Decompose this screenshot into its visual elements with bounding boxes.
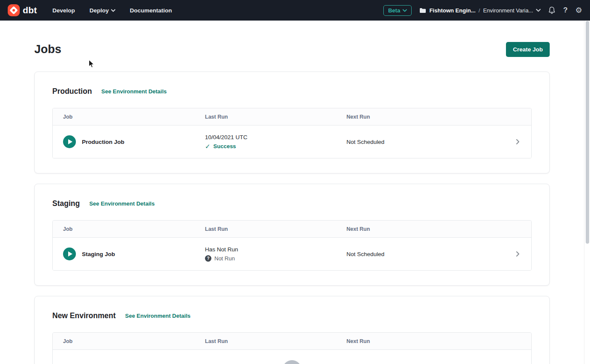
nav-link-documentation-label: Documentation bbox=[130, 7, 172, 14]
breadcrumb-current: Environment Varia... bbox=[483, 7, 533, 14]
column-header-next-run: Next Run bbox=[346, 338, 509, 344]
page-header: Jobs Create Job bbox=[34, 42, 550, 57]
dbt-logo[interactable]: dbt bbox=[8, 4, 37, 16]
last-run-date: 10/04/2021 UTC bbox=[205, 134, 346, 140]
jobs-table: Job Last Run Next Run Production Job 10/… bbox=[52, 108, 532, 158]
folder-icon bbox=[419, 8, 426, 13]
column-header-job: Job bbox=[63, 338, 205, 344]
status-label: Not Run bbox=[214, 255, 235, 262]
chevron-down-icon bbox=[403, 9, 407, 12]
status-badge: ? Not Run bbox=[205, 255, 346, 262]
nav-link-deploy-label: Deploy bbox=[90, 7, 109, 14]
navbar-right: Beta Fishtown Engin... / Environment Var… bbox=[383, 5, 582, 16]
nav-link-develop-label: Develop bbox=[52, 7, 75, 14]
next-run-cell: Not Scheduled bbox=[346, 139, 509, 145]
nav-link-documentation[interactable]: Documentation bbox=[130, 7, 172, 14]
column-header-job: Job bbox=[63, 226, 205, 232]
card-header: New Environment See Environment Details bbox=[52, 311, 532, 320]
breadcrumb-account: Fishtown Engin... bbox=[429, 7, 476, 14]
table-header-row: Job Last Run Next Run bbox=[53, 221, 531, 238]
last-run-cell: Has Not Run ? Not Run bbox=[205, 246, 346, 262]
last-run-cell: 10/04/2021 UTC ✓ Success bbox=[205, 134, 346, 149]
column-header-last-run: Last Run bbox=[205, 114, 346, 120]
environment-name: Staging bbox=[52, 199, 80, 208]
column-header-last-run: Last Run bbox=[205, 226, 346, 232]
create-job-button[interactable]: Create Job bbox=[506, 42, 550, 57]
status-label: Success bbox=[214, 143, 236, 149]
empty-state-question-icon: ? bbox=[283, 360, 301, 364]
dbt-logo-text: dbt bbox=[23, 5, 37, 15]
column-header-last-run: Last Run bbox=[205, 338, 346, 344]
column-header-next-run: Next Run bbox=[346, 226, 509, 232]
environment-card-production: Production See Environment Details Job L… bbox=[34, 72, 550, 173]
table-header-row: Job Last Run Next Run bbox=[53, 108, 531, 125]
breadcrumb-separator: / bbox=[479, 7, 480, 14]
environment-name: Production bbox=[52, 87, 92, 96]
chevron-down-icon bbox=[536, 9, 541, 12]
nav-link-develop[interactable]: Develop bbox=[52, 7, 75, 14]
chevron-down-icon bbox=[111, 9, 115, 12]
top-navbar: dbt Develop Deploy Documentation Beta Fi… bbox=[0, 0, 590, 21]
job-cell: Production Job bbox=[63, 135, 205, 148]
see-environment-details-link[interactable]: See Environment Details bbox=[101, 88, 166, 95]
beta-label: Beta bbox=[388, 7, 400, 14]
beta-dropdown-button[interactable]: Beta bbox=[383, 5, 412, 16]
main-content: Jobs Create Job Production See Environme… bbox=[0, 42, 584, 364]
vertical-scrollbar[interactable] bbox=[584, 21, 590, 364]
status-badge: ✓ Success bbox=[205, 143, 346, 149]
help-icon[interactable]: ? bbox=[563, 6, 567, 15]
settings-gear-icon[interactable]: ⚙ bbox=[575, 6, 582, 14]
notifications-bell-icon[interactable] bbox=[548, 6, 555, 14]
empty-state: ? bbox=[53, 350, 531, 364]
column-header-next-run: Next Run bbox=[346, 114, 509, 120]
job-name: Staging Job bbox=[82, 251, 115, 257]
see-environment-details-link[interactable]: See Environment Details bbox=[125, 313, 190, 319]
table-row[interactable]: Staging Job Has Not Run ? Not Run Not Sc… bbox=[53, 238, 531, 270]
nav-link-deploy[interactable]: Deploy bbox=[90, 7, 115, 14]
table-row[interactable]: Production Job 10/04/2021 UTC ✓ Success … bbox=[53, 125, 531, 158]
column-header-job: Job bbox=[63, 114, 205, 120]
environment-card-new-environment: New Environment See Environment Details … bbox=[34, 296, 550, 364]
last-run-date: Has Not Run bbox=[205, 246, 346, 253]
scrollbar-thumb[interactable] bbox=[586, 21, 589, 244]
check-icon: ✓ bbox=[205, 143, 211, 149]
next-run-cell: Not Scheduled bbox=[346, 251, 509, 257]
environment-name: New Environment bbox=[52, 311, 116, 320]
card-header: Production See Environment Details bbox=[52, 87, 532, 96]
run-job-play-button[interactable] bbox=[63, 135, 76, 148]
table-header-row: Job Last Run Next Run bbox=[53, 333, 531, 350]
jobs-table: Job Last Run Next Run Staging Job Has No… bbox=[52, 220, 532, 271]
environment-card-staging: Staging See Environment Details Job Last… bbox=[34, 184, 550, 286]
chevron-right-icon[interactable] bbox=[509, 251, 521, 257]
job-cell: Staging Job bbox=[63, 248, 205, 260]
see-environment-details-link[interactable]: See Environment Details bbox=[89, 200, 154, 207]
breadcrumb[interactable]: Fishtown Engin... / Environment Varia... bbox=[419, 7, 541, 14]
page-title: Jobs bbox=[34, 43, 61, 56]
card-header: Staging See Environment Details bbox=[52, 199, 532, 208]
chevron-right-icon[interactable] bbox=[509, 138, 521, 145]
dbt-logo-icon bbox=[8, 4, 20, 16]
nav-links: Develop Deploy Documentation bbox=[52, 7, 172, 14]
question-circle-icon: ? bbox=[205, 255, 211, 262]
jobs-table: Job Last Run Next Run ? bbox=[52, 332, 532, 364]
run-job-play-button[interactable] bbox=[63, 248, 76, 260]
job-name: Production Job bbox=[82, 139, 124, 145]
